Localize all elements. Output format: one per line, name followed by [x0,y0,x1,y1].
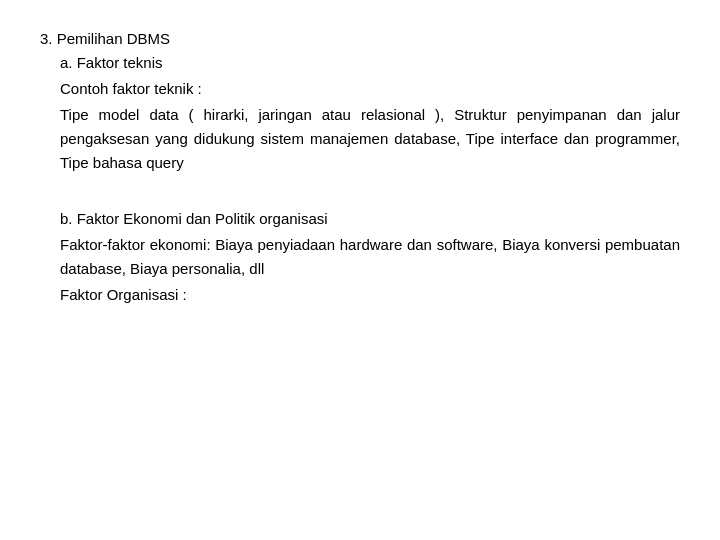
factor-a-desc: Tipe model data ( hirarki, jaringan atau… [60,103,680,175]
factor-a-heading: a. Faktor teknis [60,51,680,75]
contoh-faktor: Contoh faktor teknik : [60,77,680,101]
factor-b-block: b. Faktor Ekonomi dan Politik organisasi… [40,207,680,307]
factor-b-heading: b. Faktor Ekonomi dan Politik organisasi [60,207,680,231]
factor-b-line1: Faktor-faktor ekonomi: Biaya penyiadaan … [60,233,680,281]
factor-a-block: a. Faktor teknis Contoh faktor teknik : … [40,51,680,175]
spacer [40,189,680,207]
factor-b-line2: Faktor Organisasi : [60,283,680,307]
main-content: 3. Pemilihan DBMS a. Faktor teknis Conto… [0,0,720,351]
factor-b-indent: b. Faktor Ekonomi dan Politik organisasi… [40,207,680,307]
section-3: 3. Pemilihan DBMS a. Faktor teknis Conto… [40,30,680,175]
section-3-title: 3. Pemilihan DBMS [40,30,680,47]
